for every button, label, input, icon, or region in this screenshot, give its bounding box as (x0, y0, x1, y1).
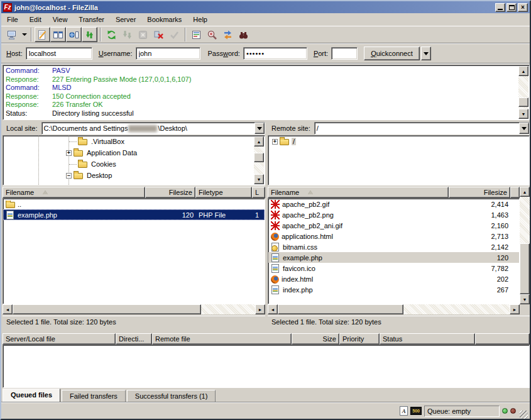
column-filetype[interactable]: Filetype (195, 187, 252, 198)
scrollbar-thumb[interactable] (520, 243, 530, 294)
password-input[interactable] (243, 47, 307, 60)
local-tree[interactable]: .VirtualBox + Application Data Cookies −… (3, 135, 265, 185)
tab-successful-transfers[interactable]: Successful transfers (1) (127, 390, 216, 402)
tab-queued-files[interactable]: Queued files (3, 389, 60, 402)
column-direction[interactable]: Directi... (116, 333, 152, 345)
remote-list-scrollbar[interactable]: ▲ ▼ (520, 187, 530, 304)
refresh-button[interactable] (104, 27, 119, 42)
local-site-dropdown[interactable] (255, 123, 265, 134)
scrollbar-thumb[interactable] (518, 97, 528, 107)
tree-item-virtualbox[interactable]: .VirtualBox (3, 136, 265, 147)
local-tree-scrollbar[interactable]: ▲ ▼ (254, 136, 264, 184)
file-row[interactable]: applications.html2,713 (268, 231, 519, 241)
column-size[interactable]: Size (292, 333, 339, 345)
toggle-local-tree-button[interactable] (50, 27, 66, 42)
folder-icon (78, 139, 87, 145)
file-row[interactable]: index.html202 (268, 274, 519, 284)
scroll-down-icon[interactable]: ▼ (520, 294, 530, 304)
toggle-remote-tree-button[interactable] (66, 27, 82, 42)
scroll-right-icon[interactable]: ► (510, 304, 520, 314)
menu-edit[interactable]: Edit (24, 14, 47, 25)
synchronized-browsing-button[interactable] (220, 27, 236, 42)
remote-list-hscrollbar[interactable]: ◄ ► (268, 304, 520, 314)
toolbar-separator (100, 28, 101, 41)
toggle-transfer-queue-button[interactable] (82, 27, 97, 42)
quickconnect-button[interactable]: Quickconnect (364, 47, 420, 60)
cancel-button[interactable] (135, 27, 151, 42)
compare-button[interactable] (204, 27, 220, 42)
scroll-right-icon[interactable]: ► (255, 304, 265, 314)
expand-plus-icon[interactable]: + (272, 139, 278, 145)
toggle-message-log-button[interactable] (35, 27, 50, 42)
filter-icon (191, 30, 202, 40)
site-manager-dropdown[interactable] (20, 27, 28, 42)
remote-tree[interactable]: + / (268, 135, 530, 185)
file-row[interactable]: bitnami.css2,142 (268, 241, 519, 252)
username-input[interactable] (136, 47, 200, 60)
find-button[interactable] (236, 27, 251, 42)
message-log[interactable]: Command:PASV Response:227 Entering Passi… (3, 65, 530, 120)
host-input[interactable] (26, 47, 92, 60)
scroll-left-icon[interactable]: ◄ (268, 304, 278, 314)
tree-item-root[interactable]: + / (268, 136, 529, 147)
file-row[interactable]: index.php267 (268, 284, 519, 295)
maximize-button[interactable] (506, 3, 517, 12)
menu-server[interactable]: Server (110, 14, 141, 25)
menu-bookmarks[interactable]: Bookmarks (141, 14, 187, 25)
tree-item-desktop[interactable]: − Desktop (3, 170, 265, 181)
tab-failed-transfers[interactable]: Failed transfers (62, 390, 126, 402)
reconnect-button[interactable] (167, 27, 182, 42)
remote-site-combo[interactable]: / (314, 122, 530, 135)
local-list-hscrollbar[interactable]: ◄ ► (3, 304, 265, 314)
file-row-example-php[interactable]: example.php 120 PHP File 1 (3, 209, 265, 220)
site-manager-button[interactable] (4, 27, 20, 42)
process-queue-button[interactable] (119, 27, 135, 42)
local-site-combo[interactable]: C:\Documents and Settings\Desktop\ (41, 122, 265, 135)
menu-help[interactable]: Help (187, 14, 213, 25)
close-button[interactable]: × (518, 3, 528, 12)
filter-button[interactable] (189, 27, 204, 42)
column-filesize[interactable]: Filesize (145, 187, 195, 198)
tree-item-cookies[interactable]: Cookies (3, 158, 265, 170)
scrollbar-thumb[interactable] (278, 304, 403, 314)
scroll-left-icon[interactable]: ◄ (3, 304, 13, 314)
file-row[interactable]: favicon.ico7,782 (268, 263, 519, 274)
column-filesize[interactable]: Filesize (449, 187, 510, 198)
disconnect-button[interactable] (151, 27, 167, 42)
scroll-up-icon[interactable]: ▲ (254, 136, 264, 146)
queue-list[interactable] (3, 345, 530, 388)
resize-grip[interactable] (520, 411, 528, 419)
file-row[interactable]: apache_pb2_ani.gif2,160 (268, 220, 519, 231)
tree-item-application-data[interactable]: + Application Data (3, 147, 265, 158)
expand-plus-icon[interactable]: + (66, 150, 72, 156)
minimize-button[interactable] (495, 3, 505, 12)
column-status[interactable]: Status (380, 333, 475, 345)
file-row[interactable]: apache_pb2.gif2,414 (268, 199, 519, 209)
menu-file[interactable]: File (1, 14, 24, 25)
column-filename[interactable]: Filename (3, 187, 145, 198)
column-filename[interactable]: Filename (268, 187, 449, 198)
scrollbar-thumb[interactable] (254, 153, 264, 162)
log-scrollbar[interactable]: ▲ ▼ (518, 66, 528, 119)
port-input[interactable] (331, 47, 358, 60)
file-row-example-php[interactable]: example.php120 (268, 252, 519, 263)
file-row-parent[interactable]: .. (3, 199, 265, 209)
menu-view[interactable]: View (47, 14, 74, 25)
column-priority[interactable]: Priority (339, 333, 380, 345)
collapse-minus-icon[interactable]: − (66, 173, 72, 179)
scrollbar-thumb[interactable] (13, 304, 201, 314)
column-lastmodified[interactable]: L (252, 187, 265, 198)
menu-transfer[interactable]: Transfer (73, 14, 110, 25)
remote-site-dropdown[interactable] (519, 123, 529, 134)
column-remote-file[interactable]: Remote file (152, 333, 292, 345)
file-row[interactable]: apache_pb2.png1,463 (268, 209, 519, 220)
scroll-down-icon[interactable]: ▼ (254, 174, 264, 184)
local-file-list[interactable]: .. example.php 120 PHP File 1 (3, 198, 265, 304)
scroll-up-icon[interactable]: ▲ (520, 187, 530, 197)
column-server-local-file[interactable]: Server/Local file (3, 333, 116, 345)
log-line: Response:150 Connection accepted (6, 92, 529, 101)
scroll-down-icon[interactable]: ▼ (518, 109, 528, 119)
remote-file-list[interactable]: apache_pb2.gif2,414 apache_pb2.png1,463 … (268, 198, 520, 304)
quickconnect-dropdown[interactable] (421, 47, 431, 60)
scroll-up-icon[interactable]: ▲ (518, 66, 528, 76)
